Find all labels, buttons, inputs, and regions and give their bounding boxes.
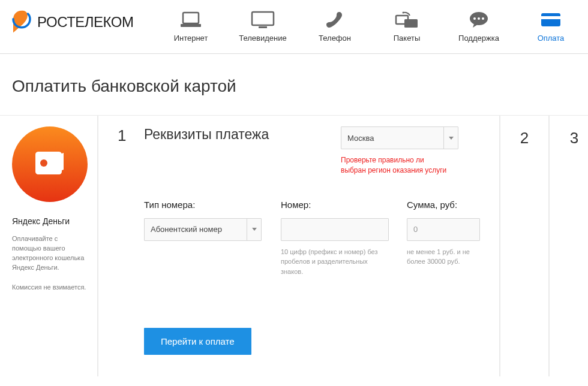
provider-fee: Комиссия не взимается. bbox=[12, 284, 88, 291]
svg-rect-0 bbox=[183, 13, 199, 23]
chat-icon bbox=[468, 11, 490, 29]
svg-point-10 bbox=[482, 17, 484, 20]
proceed-button[interactable]: Перейти к оплате bbox=[144, 328, 251, 355]
svg-point-9 bbox=[478, 17, 480, 20]
svg-rect-12 bbox=[541, 16, 560, 19]
page-title: Оплатить банковской картой bbox=[12, 77, 576, 96]
number-label: Номер: bbox=[281, 200, 389, 210]
svg-rect-2 bbox=[252, 12, 274, 25]
step-title: Реквизиты платежа bbox=[144, 126, 324, 143]
packages-icon bbox=[395, 11, 419, 29]
region-warning: Проверьте правильно ли выбран регион ока… bbox=[341, 155, 446, 176]
provider-name: Яндекс Деньги bbox=[12, 216, 88, 226]
provider-desc: Оплачивайте с помощью вашего электронног… bbox=[12, 234, 88, 273]
phone-icon bbox=[326, 11, 344, 29]
laptop-icon bbox=[179, 11, 202, 29]
sum-hint: не менее 1 руб. и не более 30000 руб. bbox=[407, 247, 480, 267]
nav-payment[interactable]: Оплата bbox=[515, 10, 587, 43]
rostelecom-logo-icon bbox=[11, 10, 32, 35]
brand-name: РОСТЕЛЕКОМ bbox=[37, 14, 133, 31]
svg-rect-3 bbox=[259, 26, 267, 28]
nav-internet[interactable]: Интернет bbox=[155, 10, 227, 43]
number-hint: 10 цифр (префикс и номер) без пробелов и… bbox=[281, 247, 389, 277]
type-label: Тип номера: bbox=[144, 200, 263, 210]
region-select[interactable]: Москва bbox=[341, 126, 458, 149]
nav-tv[interactable]: Телевидение bbox=[227, 10, 299, 43]
step-2-indicator[interactable]: 2 bbox=[500, 116, 550, 376]
chevron-down-icon bbox=[247, 219, 261, 240]
card-icon bbox=[540, 12, 562, 28]
step-number: 1 bbox=[118, 126, 127, 145]
svg-rect-11 bbox=[541, 13, 560, 26]
svg-rect-5 bbox=[404, 19, 418, 28]
main-nav: Интернет Телевидение Телефон Пакеты Подд… bbox=[155, 10, 587, 43]
number-input[interactable] bbox=[281, 218, 389, 241]
sum-input[interactable]: 0 bbox=[407, 218, 480, 241]
nav-support[interactable]: Поддержка bbox=[443, 10, 515, 43]
svg-rect-1 bbox=[181, 24, 201, 27]
svg-point-6 bbox=[403, 12, 404, 14]
yandex-money-icon bbox=[12, 126, 88, 202]
svg-point-13 bbox=[40, 159, 47, 167]
chevron-down-icon bbox=[443, 127, 458, 149]
payment-provider-panel: Яндекс Деньги Оплачивайте с помощью ваше… bbox=[0, 116, 98, 376]
logo[interactable]: РОСТЕЛЕКОМ bbox=[0, 10, 155, 35]
svg-point-8 bbox=[473, 17, 476, 20]
nav-phone[interactable]: Телефон bbox=[299, 10, 371, 43]
next-steps: 2 3 bbox=[500, 116, 588, 376]
step-3-indicator[interactable]: 3 bbox=[550, 116, 588, 376]
sum-label: Сумма, руб: bbox=[407, 200, 480, 210]
number-type-select[interactable]: Абонентский номер bbox=[144, 218, 262, 241]
tv-icon bbox=[250, 10, 275, 29]
nav-packages[interactable]: Пакеты bbox=[371, 10, 443, 43]
